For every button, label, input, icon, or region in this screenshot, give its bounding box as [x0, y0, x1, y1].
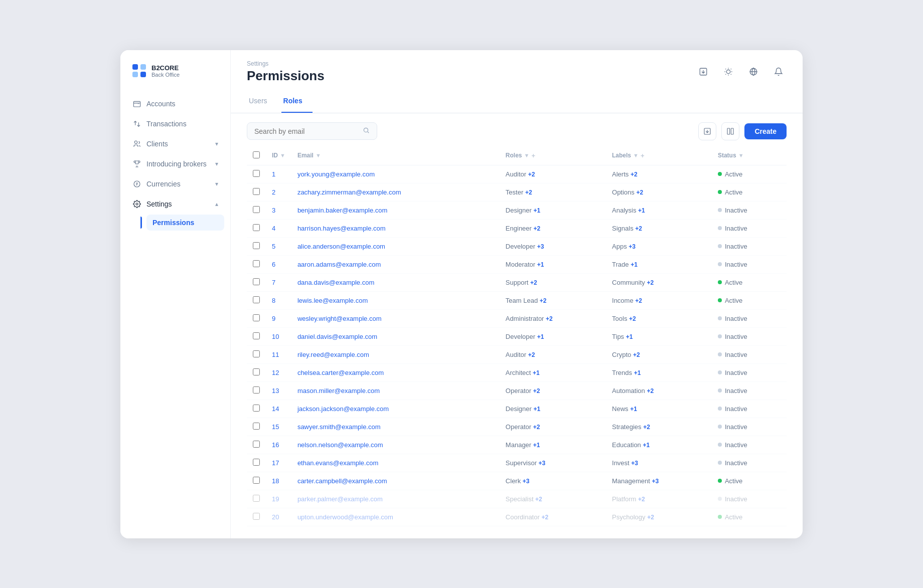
row-email[interactable]: parker.palmer@example.com [291, 490, 500, 508]
sidebar-sub-item-permissions[interactable]: Permissions [146, 215, 224, 231]
row-email[interactable]: dana.davis@example.com [291, 273, 500, 291]
row-email[interactable]: ethan.evans@example.com [291, 454, 500, 472]
row-label: Alerts +2 [606, 165, 712, 183]
sidebar-item-settings[interactable]: Settings ▴ [126, 194, 224, 214]
row-email[interactable]: carter.campbell@example.com [291, 472, 500, 490]
row-checkbox[interactable] [253, 332, 260, 339]
row-id[interactable]: 14 [266, 400, 291, 418]
row-id[interactable]: 15 [266, 418, 291, 436]
search-box[interactable] [247, 122, 377, 140]
row-id[interactable]: 1 [266, 165, 291, 183]
row-email[interactable]: upton.underwood@example.com [291, 508, 500, 526]
row-id[interactable]: 16 [266, 436, 291, 454]
row-checkbox-cell [247, 201, 266, 219]
row-checkbox[interactable] [253, 296, 260, 303]
status-dot [718, 407, 722, 411]
roles-filter-icon[interactable]: ▼ [524, 152, 530, 158]
row-email[interactable]: wesley.wright@example.com [291, 309, 500, 327]
row-email[interactable]: chelsea.carter@example.com [291, 363, 500, 381]
row-checkbox[interactable] [253, 188, 260, 195]
row-email[interactable]: benjamin.baker@example.com [291, 201, 500, 219]
sidebar-item-currencies[interactable]: Currencies ▾ [126, 174, 224, 193]
labels-filter-icon[interactable]: ▼ [633, 152, 639, 158]
role-extra-tag: +2 [540, 297, 547, 304]
status-text: Active [725, 188, 742, 196]
row-checkbox[interactable] [253, 314, 260, 321]
search-input[interactable] [254, 127, 359, 135]
row-id[interactable]: 12 [266, 363, 291, 381]
columns-icon[interactable] [721, 122, 739, 140]
row-role: Support +2 [500, 273, 606, 291]
row-checkbox-cell [247, 381, 266, 400]
row-email[interactable]: nelson.nelson@example.com [291, 436, 500, 454]
row-checkbox[interactable] [253, 513, 260, 520]
row-id[interactable]: 2 [266, 183, 291, 201]
row-checkbox[interactable] [253, 242, 260, 249]
row-checkbox[interactable] [253, 170, 260, 177]
row-checkbox[interactable] [253, 368, 260, 375]
row-checkbox[interactable] [253, 459, 260, 466]
row-id[interactable]: 19 [266, 490, 291, 508]
row-id[interactable]: 20 [266, 508, 291, 526]
theme-icon[interactable] [720, 64, 736, 80]
row-id[interactable]: 6 [266, 255, 291, 273]
select-all-checkbox[interactable] [253, 151, 260, 158]
row-checkbox[interactable] [253, 278, 260, 285]
row-checkbox[interactable] [253, 477, 260, 484]
create-button[interactable]: Create [744, 123, 787, 139]
row-id[interactable]: 13 [266, 381, 291, 400]
labels-add-icon[interactable]: + [641, 152, 645, 159]
row-id[interactable]: 18 [266, 472, 291, 490]
row-checkbox[interactable] [253, 386, 260, 394]
status-filter-icon[interactable]: ▼ [738, 152, 744, 158]
row-email[interactable]: zachary.zimmerman@example.com [291, 183, 500, 201]
row-checkbox[interactable] [253, 441, 260, 448]
download-icon[interactable] [695, 64, 711, 80]
bell-icon[interactable] [771, 64, 787, 80]
sidebar-item-accounts[interactable]: Accounts [126, 94, 224, 113]
tab-users[interactable]: Users [247, 93, 277, 113]
row-checkbox[interactable] [253, 206, 260, 213]
row-email[interactable]: jackson.jackson@example.com [291, 400, 500, 418]
email-filter-icon[interactable]: ▼ [316, 152, 321, 158]
row-email[interactable]: alice.anderson@example.com [291, 237, 500, 255]
role-extra-tag: +3 [539, 460, 546, 467]
row-email[interactable]: riley.reed@example.com [291, 345, 500, 363]
status-dot [718, 443, 722, 447]
tab-roles[interactable]: Roles [281, 93, 313, 113]
row-email[interactable]: aaron.adams@example.com [291, 255, 500, 273]
row-id[interactable]: 4 [266, 219, 291, 237]
row-id[interactable]: 5 [266, 237, 291, 255]
row-checkbox-cell [247, 273, 266, 291]
sidebar-item-transactions[interactable]: Transactions [126, 114, 224, 133]
row-checkbox[interactable] [253, 260, 260, 267]
row-email[interactable]: harrison.hayes@example.com [291, 219, 500, 237]
row-email[interactable]: lewis.lee@example.com [291, 291, 500, 309]
row-status: Active [712, 472, 787, 490]
status-text: Inactive [725, 225, 747, 232]
sidebar-item-clients[interactable]: Clients ▾ [126, 134, 224, 153]
row-id[interactable]: 3 [266, 201, 291, 219]
row-id[interactable]: 10 [266, 327, 291, 345]
row-email[interactable]: sawyer.smith@example.com [291, 418, 500, 436]
download-table-icon[interactable] [698, 122, 716, 140]
id-filter-icon[interactable]: ▼ [280, 152, 285, 158]
row-checkbox[interactable] [253, 350, 260, 357]
row-email[interactable]: mason.miller@example.com [291, 381, 500, 400]
row-id[interactable]: 11 [266, 345, 291, 363]
row-status: Inactive [712, 309, 787, 327]
row-checkbox[interactable] [253, 405, 260, 412]
row-email[interactable]: york.young@example.com [291, 165, 500, 183]
row-checkbox[interactable] [253, 423, 260, 430]
globe-icon[interactable] [745, 64, 761, 80]
row-checkbox[interactable] [253, 224, 260, 231]
sidebar-item-introducing-brokers[interactable]: Introducing brokers ▾ [126, 154, 224, 173]
row-id[interactable]: 17 [266, 454, 291, 472]
row-id[interactable]: 8 [266, 291, 291, 309]
row-checkbox[interactable] [253, 495, 260, 502]
roles-add-icon[interactable]: + [531, 152, 535, 159]
row-id[interactable]: 7 [266, 273, 291, 291]
row-email[interactable]: daniel.davis@example.com [291, 327, 500, 345]
users-icon [132, 139, 141, 148]
row-id[interactable]: 9 [266, 309, 291, 327]
